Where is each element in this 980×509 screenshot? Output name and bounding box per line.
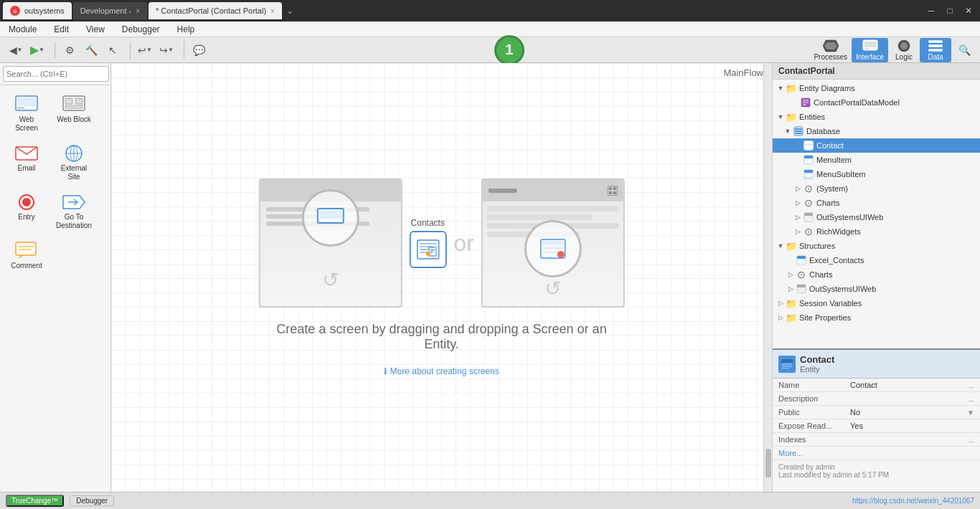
tree-item-menusubitem[interactable]: ▷ MenuSubItem [773,167,980,181]
menu-edit[interactable]: Edit [51,23,72,36]
svg-rect-35 [430,249,434,251]
expand-entity-diagrams[interactable]: ▼ [776,83,786,93]
search-icon: 🔍 [958,44,971,56]
svg-rect-71 [804,213,813,216]
cursor-button[interactable]: ↖ [103,40,123,60]
settings-button[interactable]: ⚙ [60,40,80,60]
tool-web-block[interactable]: Web Block [53,91,95,135]
tree-item-excel-contacts[interactable]: ▷ Excel_Contacts [773,253,980,267]
minimize-button[interactable]: ─ [923,4,940,17]
expand-charts-structures[interactable]: ▷ [786,270,796,280]
props-name-dots[interactable]: ... [969,381,974,389]
truechange-button[interactable]: TrueChange™ [6,495,64,507]
tree-root-label: ContactPortal [778,66,835,76]
tool-external-site[interactable]: External Site [53,140,95,184]
tree-item-datamodel[interactable]: ▷ ContactPortalDataModel [773,95,980,110]
expand-outsystemsuiweb-structures[interactable]: ▷ [786,284,796,294]
tree-item-charts-structures[interactable]: ▷ ⊙ Charts [773,267,980,282]
props-value-public[interactable]: No ▼ [844,406,980,419]
tree-item-site-properties[interactable]: ▷ 📁 Site Properties [773,310,980,325]
menu-view[interactable]: View [83,23,108,36]
menu-debugger[interactable]: Debugger [119,23,163,36]
logic-button[interactable]: Logic [888,38,920,62]
back-button[interactable]: ◀ ▼ [6,40,26,60]
back-dropdown-icon[interactable]: ▼ [17,47,23,53]
tree-item-menuitem[interactable]: ▷ MenuItem [773,153,980,167]
tool-entry-label: Entry [18,213,34,222]
expand-database[interactable]: ▼ [783,126,793,136]
tree-item-database[interactable]: ▼ Database [773,124,980,138]
folder-icon-entities: 📁 [786,111,797,123]
tree-label-entity-diagrams: Entity Diagrams [799,84,855,92]
tree-item-outsystemsuiweb-structures[interactable]: ▷ OutSystemsUIWeb [773,282,980,296]
expand-entities[interactable]: ▼ [776,112,786,122]
menu-module[interactable]: Module [6,23,39,36]
props-modified-by: Last modified by admin at 5:17 PM [778,471,974,479]
undo-dropdown-icon[interactable]: ▼ [146,47,152,53]
tool-go-to-destination[interactable]: Go To Destination [53,189,95,233]
props-created-by: Created by admin [778,463,974,471]
tool-entry[interactable]: Entry [6,189,47,233]
tab-nav-btn[interactable]: ⌄ [286,6,293,16]
tool-go-to-destination-label: Go To Destination [55,213,93,230]
tab-outsystems[interactable]: o outsystems [3,2,72,19]
vertical-scrollbar[interactable] [763,63,772,492]
tree-label-menusubitem: MenuSubItem [816,170,865,179]
run-button[interactable]: ▶ ▼ [27,40,47,60]
props-public-dropdown[interactable]: ▼ [967,409,974,417]
maximize-button[interactable]: □ [941,4,958,17]
props-description-dots[interactable]: ... [969,395,974,403]
svg-rect-76 [797,263,806,265]
tree-item-entities[interactable]: ▼ 📁 Entities [773,110,980,124]
close-button[interactable]: ✕ [960,4,977,17]
debugger-button[interactable]: Debugger [70,495,114,506]
comment-tool-icon [14,240,39,262]
scroll-thumb[interactable] [765,449,771,477]
tab-development[interactable]: Development - × [73,2,147,19]
data-button[interactable]: Data [920,38,951,62]
tool-comment[interactable]: Comment [6,237,47,273]
tree-item-contact[interactable]: ▷ Contact [773,138,980,153]
svg-rect-65 [804,163,813,164]
interface-button[interactable]: Interface [852,38,888,62]
tree-item-entity-diagrams[interactable]: ▼ 📁 Entity Diagrams [773,81,980,95]
search-input[interactable] [3,66,109,82]
back-icon: ◀ [9,44,17,56]
svg-rect-38 [609,187,612,190]
expand-charts-entities[interactable]: ▷ [793,198,803,208]
expand-session-variables[interactable]: ▷ [776,298,786,308]
props-value-description[interactable]: ... [844,392,980,406]
props-indexes-dots[interactable]: ... [969,436,974,444]
more-about-screens-link[interactable]: ℹ More about creating screens [384,366,499,376]
tree-label-structures: Structures [799,242,835,250]
undo-button[interactable]: ↩ ▼ [135,40,155,60]
expand-system[interactable]: ▷ [793,184,803,194]
tree-item-system[interactable]: ▷ ⊙ (System) [773,181,980,196]
run-dropdown-icon[interactable]: ▼ [39,47,44,53]
tree-item-structures[interactable]: ▼ 📁 Structures [773,239,980,253]
mockup-header-right [483,180,623,201]
redo-button[interactable]: ↪ ▼ [156,40,176,60]
tree-item-charts-entities[interactable]: ▷ ⊙ Charts [773,196,980,210]
expand-richwidgets[interactable]: ▷ [793,227,803,237]
expand-structures[interactable]: ▼ [776,241,786,251]
tab-close-dev[interactable]: × [136,7,140,15]
redo-dropdown-icon[interactable]: ▼ [168,47,174,53]
tab-close-contactportal[interactable]: × [270,7,275,15]
svg-rect-80 [781,359,793,363]
tree-item-richwidgets[interactable]: ▷ ⊙ RichWidgets [773,224,980,239]
props-more-button[interactable]: More... [773,447,980,460]
menu-help[interactable]: Help [174,23,198,36]
expand-outsystemsuiweb[interactable]: ▷ [793,212,803,222]
tool-email[interactable]: Email [6,140,47,184]
tree-item-session-variables[interactable]: ▷ 📁 Session Variables [773,296,980,310]
tab-contactportal[interactable]: * ContactPortal (Contact Portal) × [149,2,282,19]
processes-button[interactable]: Processes [809,38,852,62]
build-button[interactable]: 🔨 [81,40,101,60]
tool-web-screen[interactable]: Web Screen [6,91,47,135]
comment-button[interactable]: 💬 [189,40,209,60]
search-toolbar-button[interactable]: 🔍 [954,40,974,60]
expand-site-properties[interactable]: ▷ [776,313,786,323]
toolbar-nav-group: ◀ ▼ ▶ ▼ [6,40,47,60]
tree-item-outsystemsuiweb-entities[interactable]: ▷ OutSystemsUIWeb [773,210,980,224]
